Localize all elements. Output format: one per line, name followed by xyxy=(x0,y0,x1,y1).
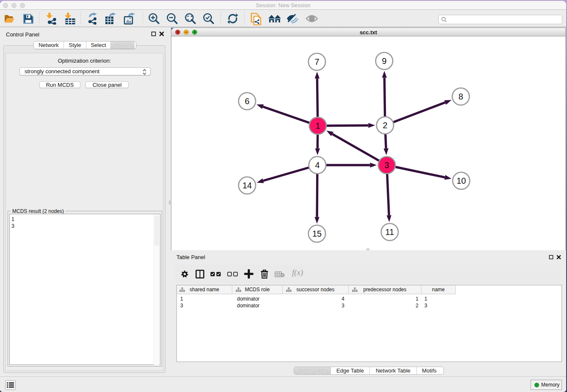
svg-text:2: 2 xyxy=(383,121,387,130)
svg-text:4: 4 xyxy=(315,160,319,170)
svg-text:7: 7 xyxy=(314,57,319,66)
svg-text:10: 10 xyxy=(457,176,466,185)
svg-text:8: 8 xyxy=(458,92,463,101)
svg-text:14: 14 xyxy=(242,181,252,190)
svg-text:9: 9 xyxy=(382,56,386,66)
svg-text:15: 15 xyxy=(312,229,322,238)
svg-text:3: 3 xyxy=(384,160,389,170)
svg-text:11: 11 xyxy=(385,227,394,237)
svg-text:6: 6 xyxy=(245,97,249,106)
svg-text:1: 1 xyxy=(315,121,320,130)
